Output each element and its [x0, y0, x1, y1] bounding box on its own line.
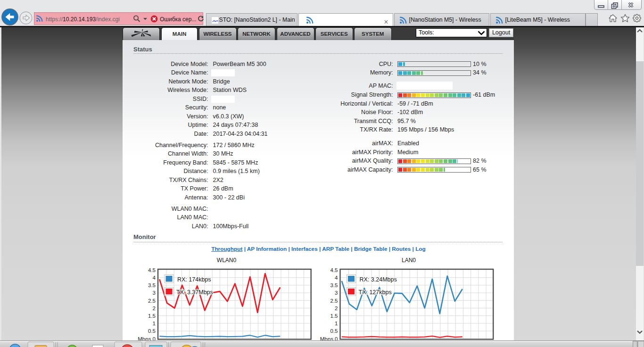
svg-text:1.5: 1.5	[148, 313, 156, 319]
svg-text:1.5: 1.5	[330, 313, 338, 319]
svg-text:RX: 174kbps: RX: 174kbps	[177, 276, 211, 283]
svg-text:LAN0: LAN0	[402, 257, 416, 264]
svg-text:4.5: 4.5	[330, 267, 338, 273]
svg-text:2: 2	[335, 306, 338, 311]
svg-text:1: 1	[335, 321, 338, 326]
svg-text:TX: 127kbps: TX: 127kbps	[359, 289, 392, 296]
svg-text:4: 4	[153, 275, 156, 281]
svg-text:3: 3	[335, 290, 338, 296]
svg-text:2: 2	[153, 306, 156, 311]
svg-text:RX: 3.24Mbps: RX: 3.24Mbps	[360, 276, 397, 283]
svg-text:2.5: 2.5	[330, 298, 338, 304]
svg-text:WLAN0: WLAN0	[217, 257, 237, 264]
svg-text:0.5: 0.5	[330, 328, 338, 334]
svg-text:TX: 3.37Mbps: TX: 3.37Mbps	[176, 289, 213, 296]
svg-text:3.5: 3.5	[148, 282, 156, 288]
svg-text:2.5: 2.5	[148, 298, 156, 304]
svg-text:1: 1	[153, 321, 156, 326]
svg-text:3: 3	[153, 290, 156, 296]
svg-text:4: 4	[335, 275, 338, 281]
svg-text:3.5: 3.5	[330, 282, 338, 288]
svg-text:4.5: 4.5	[148, 267, 156, 273]
svg-text:0.5: 0.5	[148, 328, 156, 334]
